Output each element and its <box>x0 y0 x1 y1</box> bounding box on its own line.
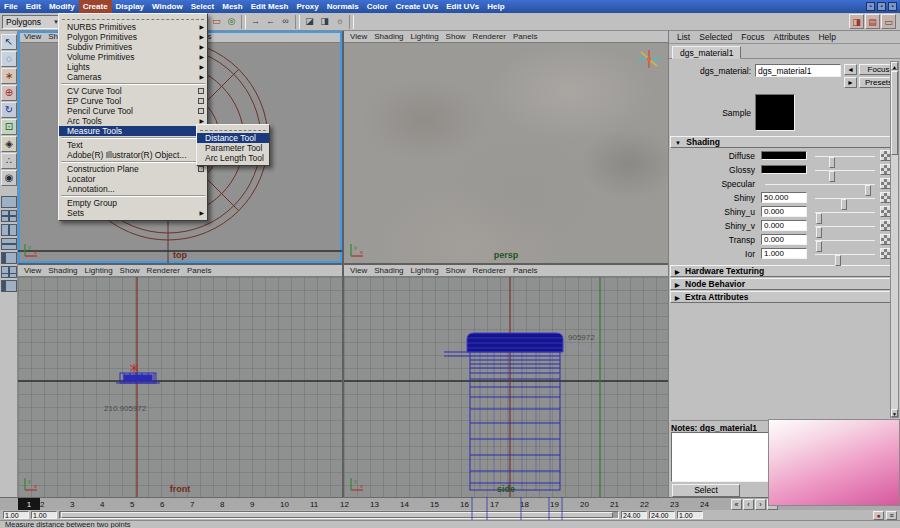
shiny-slider[interactable] <box>815 198 875 199</box>
menu-select[interactable]: Select <box>187 0 219 13</box>
menu-edit[interactable]: Edit <box>22 0 45 13</box>
current-frame-field[interactable] <box>677 511 703 519</box>
lasso-tool-icon[interactable]: ◌ <box>1 51 17 67</box>
panel-menu-view[interactable]: View <box>347 31 370 43</box>
layout-hypergraph-persp-button[interactable] <box>1 280 17 292</box>
layout-three-pane-button[interactable] <box>1 266 17 278</box>
restore-icon[interactable]: ▪ <box>877 2 886 11</box>
timeline-tick[interactable]: 22 <box>640 498 670 510</box>
timeline-tick[interactable]: 5 <box>130 498 160 510</box>
toolbar-divider[interactable] <box>295 15 300 29</box>
section-hardware-texturing[interactable]: ▶ Hardware Texturing <box>670 265 899 277</box>
menu-set-selector[interactable]: Polygons ▼ <box>2 15 62 29</box>
panel-menu-renderer[interactable]: Renderer <box>144 265 183 277</box>
timeline-tick[interactable]: 19 <box>550 498 580 510</box>
timeline-tick[interactable]: 21 <box>610 498 640 510</box>
option-box-icon[interactable] <box>198 88 204 94</box>
panel-menu-show[interactable]: Show <box>443 31 469 43</box>
timeline-tick[interactable]: 12 <box>340 498 370 510</box>
range-slider-thumb[interactable] <box>61 512 613 518</box>
toggle-tool-settings-icon[interactable]: ▤ <box>865 14 880 29</box>
shiny-field[interactable] <box>761 192 807 203</box>
timeline-tick[interactable]: 14 <box>400 498 430 510</box>
menu-item-arc-length-tool[interactable]: Arc Length Tool <box>197 153 269 163</box>
animation-preferences-icon[interactable]: ≡ <box>886 511 897 520</box>
timeline-tick[interactable]: 11 <box>310 498 340 510</box>
auto-keyframe-icon[interactable]: ● <box>873 511 884 520</box>
timeline-tick[interactable]: 7 <box>190 498 220 510</box>
panel-menu-shading[interactable]: Shading <box>371 31 406 43</box>
scrollbar-thumb[interactable] <box>891 71 898 155</box>
panel-menu-lighting[interactable]: Lighting <box>82 265 116 277</box>
output-connections-icon[interactable]: ← <box>263 14 278 29</box>
glossy-slider[interactable] <box>815 170 875 171</box>
menu-item-measure-tools[interactable]: Measure Tools ▶ <box>59 126 207 136</box>
tear-off-handle[interactable] <box>62 16 204 20</box>
step-forward-icon[interactable]: › <box>755 499 766 510</box>
menu-item-ep-curve-tool[interactable]: EP Curve Tool <box>59 96 207 106</box>
timeline-tick[interactable]: 24 <box>700 498 730 510</box>
option-box-icon[interactable] <box>198 98 204 104</box>
menu-help[interactable]: Help <box>483 0 508 13</box>
timeline-tick[interactable]: 17 <box>490 498 520 510</box>
viewport-persp[interactable]: View Shading Lighting Show Renderer Pane… <box>344 31 668 263</box>
section-extra-attributes[interactable]: ▶ Extra Attributes <box>670 291 899 303</box>
node-name-field[interactable] <box>755 64 841 77</box>
material-sample-swatch[interactable] <box>755 94 795 131</box>
toggle-channel-box-icon[interactable]: ▭ <box>881 14 896 29</box>
transp-field[interactable] <box>761 234 807 245</box>
ior-slider[interactable] <box>815 254 875 255</box>
menu-item-construction-plane[interactable]: Construction Plane <box>59 164 207 174</box>
option-box-icon[interactable] <box>198 108 204 114</box>
timeline-tick[interactable]: 16 <box>460 498 490 510</box>
tear-off-handle[interactable] <box>200 127 266 131</box>
menu-edit-uvs[interactable]: Edit UVs <box>442 0 483 13</box>
menu-item-polygon-primitives[interactable]: Polygon Primitives ▶ <box>59 32 207 42</box>
current-frame-marker[interactable]: 1 <box>18 498 40 510</box>
toolbar-divider[interactable] <box>241 15 246 29</box>
scroll-up-icon[interactable]: ▲ <box>891 62 898 70</box>
transp-slider[interactable] <box>815 240 875 241</box>
menu-item-text[interactable]: Text <box>59 140 207 150</box>
ipr-render-icon[interactable]: ◨ <box>317 14 332 29</box>
menu-mesh[interactable]: Mesh <box>218 0 246 13</box>
layout-outliner-persp-button[interactable] <box>1 252 17 264</box>
ae-scrollbar[interactable]: ▲ ▼ <box>890 61 899 418</box>
timeline-tick[interactable]: 8 <box>220 498 250 510</box>
option-box-icon[interactable] <box>198 166 204 172</box>
section-shading[interactable]: ▼ Shading <box>670 136 899 148</box>
front-view-canvas[interactable]: 210.905972 y x front <box>18 277 342 497</box>
menu-create[interactable]: Create <box>79 0 112 13</box>
construction-history-icon[interactable]: ∞ <box>278 14 293 29</box>
timeline-tick[interactable]: 3 <box>70 498 100 510</box>
rotate-tool-icon[interactable]: ↻ <box>1 102 17 118</box>
anim-end-field[interactable] <box>649 511 675 519</box>
layout-two-stacked-button[interactable] <box>1 238 17 250</box>
menu-item-parameter-tool[interactable]: Parameter Tool <box>197 143 269 153</box>
range-slider[interactable] <box>59 511 619 519</box>
playback-end-field[interactable] <box>621 511 647 519</box>
shiny-v-slider[interactable] <box>815 226 875 227</box>
move-tool-icon[interactable]: ⊕ <box>1 85 17 101</box>
panel-menu-show[interactable]: Show <box>443 265 469 277</box>
slider-handle[interactable] <box>835 255 841 266</box>
menu-item-distance-tool[interactable]: Distance Tool <box>197 133 269 143</box>
toggle-attribute-editor-icon[interactable]: ◨ <box>849 14 864 29</box>
section-node-behavior[interactable]: ▶ Node Behavior <box>670 278 899 290</box>
menu-create-uvs[interactable]: Create UVs <box>392 0 443 13</box>
specular-slider[interactable] <box>765 184 875 185</box>
render-settings-icon[interactable]: ☼ <box>332 14 347 29</box>
scroll-down-icon[interactable]: ▼ <box>891 409 898 417</box>
menu-modify[interactable]: Modify <box>45 0 79 13</box>
shiny-u-slider[interactable] <box>815 212 875 213</box>
menu-item-arc-tools[interactable]: Arc Tools ▶ <box>59 116 207 126</box>
layout-two-side-by-side-button[interactable] <box>1 224 17 236</box>
layout-single-pane-button[interactable] <box>1 196 17 208</box>
scale-tool-icon[interactable]: ⊡ <box>1 119 17 135</box>
last-tool-icon[interactable]: ◉ <box>1 170 17 186</box>
menu-item-subdiv-primitives[interactable]: Subdiv Primitives ▶ <box>59 42 207 52</box>
ior-field[interactable] <box>761 248 807 259</box>
panel-menu-view[interactable]: View <box>21 31 44 43</box>
paint-select-tool-icon[interactable]: ∗ <box>1 68 17 84</box>
glossy-color-swatch[interactable] <box>761 165 807 174</box>
